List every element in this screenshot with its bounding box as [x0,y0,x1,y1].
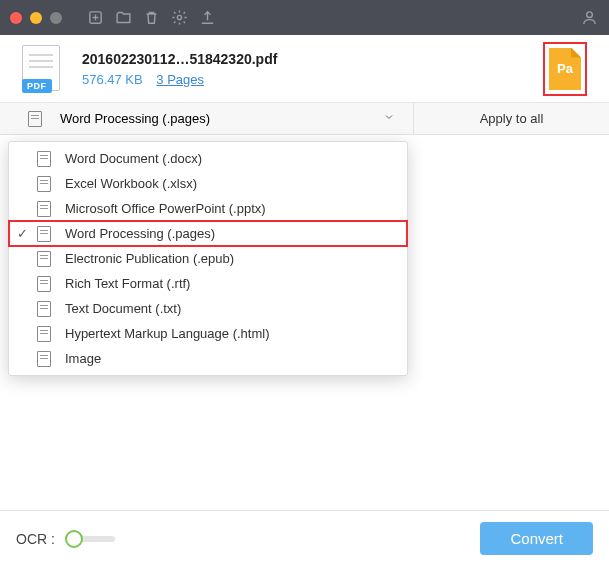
minimize-window-button[interactable] [30,12,42,24]
format-option-label: Electronic Publication (.epub) [65,251,234,266]
doc-icon [37,301,51,317]
doc-icon [37,201,51,217]
ocr-toggle[interactable] [65,529,117,549]
format-option-label: Excel Workbook (.xlsx) [65,176,197,191]
close-window-button[interactable] [10,12,22,24]
format-option-pages[interactable]: ✓ Word Processing (.pages) [9,221,407,246]
bottom-bar: OCR : Convert [0,510,609,566]
doc-icon [37,251,51,267]
upload-icon[interactable] [197,8,217,28]
format-option-label: Microsoft Office PowerPoint (.pptx) [65,201,266,216]
format-option-label: Word Processing (.pages) [65,226,215,241]
format-option-pptx[interactable]: Microsoft Office PowerPoint (.pptx) [9,196,407,221]
doc-icon [37,351,51,367]
folder-icon[interactable] [113,8,133,28]
file-size: 576.47 KB [82,72,143,87]
svg-point-4 [586,12,592,18]
doc-icon [37,151,51,167]
format-row: Word Processing (.pages) Apply to all [0,103,609,135]
target-format-label: Pa [557,61,573,76]
titlebar [0,0,609,35]
convert-button[interactable]: Convert [480,522,593,555]
format-option-docx[interactable]: Word Document (.docx) [9,146,407,171]
format-dropdown-list: Word Document (.docx) Excel Workbook (.x… [8,141,408,376]
format-option-txt[interactable]: Text Document (.txt) [9,296,407,321]
file-name: 201602230112…51842320.pdf [82,51,525,67]
format-option-label: Hypertext Markup Language (.html) [65,326,269,341]
format-dropdown[interactable]: Word Processing (.pages) [0,103,414,134]
trash-icon[interactable] [141,8,161,28]
svg-point-3 [177,15,181,19]
file-info: 201602230112…51842320.pdf 576.47 KB 3 Pa… [82,51,525,87]
format-option-label: Text Document (.txt) [65,301,181,316]
file-pdf-icon: PDF [22,45,64,93]
format-option-rtf[interactable]: Rich Text Format (.rtf) [9,271,407,296]
traffic-lights [10,12,62,24]
doc-icon [37,326,51,342]
format-option-label: Word Document (.docx) [65,151,202,166]
format-option-label: Image [65,351,101,366]
pdf-badge: PDF [22,79,52,93]
format-option-image[interactable]: Image [9,346,407,371]
maximize-window-button[interactable] [50,12,62,24]
chevron-down-icon [383,111,395,126]
format-selected-label: Word Processing (.pages) [60,111,210,126]
file-pages-link[interactable]: 3 Pages [156,72,204,87]
account-icon[interactable] [579,8,599,28]
doc-icon [37,276,51,292]
format-option-label: Rich Text Format (.rtf) [65,276,190,291]
apply-to-all-button[interactable]: Apply to all [414,111,609,126]
file-row: PDF 201602230112…51842320.pdf 576.47 KB … [0,35,609,103]
target-format-badge: Pa [543,42,587,96]
format-option-html[interactable]: Hypertext Markup Language (.html) [9,321,407,346]
ocr-label: OCR : [16,531,55,547]
format-option-xlsx[interactable]: Excel Workbook (.xlsx) [9,171,407,196]
check-icon: ✓ [17,226,29,241]
add-icon[interactable] [85,8,105,28]
format-option-epub[interactable]: Electronic Publication (.epub) [9,246,407,271]
gear-icon[interactable] [169,8,189,28]
doc-icon [37,226,51,242]
doc-icon [28,111,42,127]
doc-icon [37,176,51,192]
